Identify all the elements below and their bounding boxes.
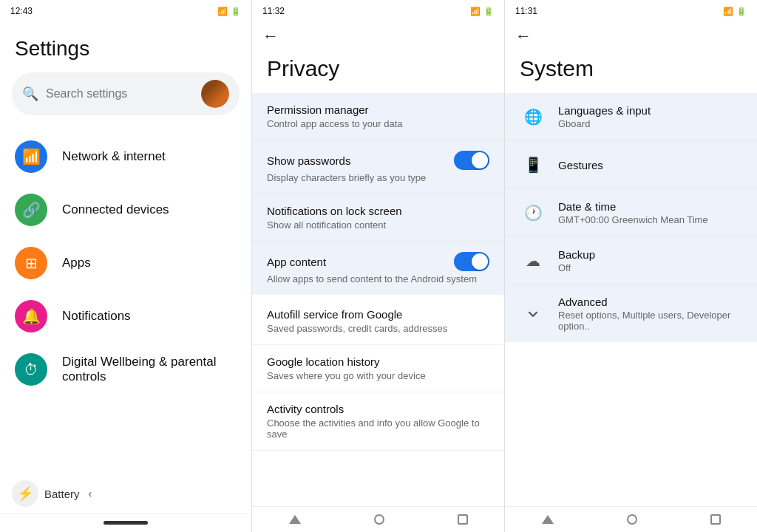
gestures-icon: 📱 [520,151,546,178]
status-bar-settings: 12:43 📶 🔋 [0,0,251,19]
status-icons-system: 📶 🔋 [723,7,747,16]
settings-item-network[interactable]: 📶 Network & internet [6,130,245,183]
network-icon-circle: 📶 [15,140,47,173]
show-passwords-toggle[interactable] [454,151,489,170]
wellbeing-icon-circle: ⏱ [15,353,47,386]
system-items-section: 🌐 Languages & input Gboard 📱 Gestures 🕐 … [505,93,757,342]
status-bar-privacy: 11:32 📶 🔋 [252,0,504,19]
network-label: Network & internet [62,149,166,164]
cloud-icon: ☁ [520,248,546,274]
privacy-item-show-passwords[interactable]: Show passwords Display characters briefl… [252,140,504,194]
privacy-item-permission-header: Permission manager [267,103,489,116]
back-nav-system[interactable] [542,515,554,524]
privacy-item-autofill[interactable]: Autofill service from Google Saved passw… [252,298,504,345]
toggle-knob [472,152,488,168]
app-content-sub: Allow apps to send content to the Androi… [267,273,489,284]
privacy-list: Permission manager Control app access to… [252,93,504,506]
recents-nav-system[interactable] [710,514,721,525]
home-nav-pill [103,521,148,525]
system-item-datetime[interactable]: 🕐 Date & time GMT+00:00 Greenwich Mean T… [505,189,757,237]
apps-icon-circle: ⊞ [15,247,47,279]
backup-title: Backup [558,248,742,261]
privacy-item-passwords-header: Show passwords [267,151,489,170]
datetime-title: Date & time [558,200,742,213]
notifications-lock-title: Notifications on lock screen [267,205,489,217]
time-settings: 12:43 [10,6,33,16]
wellbeing-icon: ⏱ [24,361,38,378]
bottom-nav-system [505,506,757,532]
battery-label: Battery [44,488,80,500]
system-item-gestures[interactable]: 📱 Gestures [505,141,757,189]
privacy-highlighted-section: Permission manager Control app access to… [252,93,504,295]
chevron-left-icon: ‹ [89,488,92,499]
app-content-toggle-knob [472,253,488,270]
connected-icon: 🔗 [22,201,41,219]
datetime-sub: GMT+00:00 Greenwich Mean Time [558,214,742,225]
app-content-toggle[interactable] [454,252,489,271]
permission-manager-title: Permission manager [267,103,489,116]
settings-panel: 12:43 📶 🔋 Settings 🔍 📶 Network & interne… [0,0,251,532]
privacy-item-location-history[interactable]: Google location history Saves where you … [252,345,504,392]
languages-sub: Gboard [558,118,742,129]
settings-list: 📶 Network & internet 🔗 Connected devices… [0,130,251,474]
autofill-title: Autofill service from Google [267,308,489,321]
clock-icon: 🕐 [520,200,546,226]
apps-icon: ⊞ [25,254,38,272]
activity-controls-sub: Choose the activities and info you allow… [267,417,489,440]
privacy-item-notif-lock-header: Notifications on lock screen [267,205,489,217]
system-item-languages[interactable]: 🌐 Languages & input Gboard [505,93,757,141]
status-bar-system: 11:31 📶 🔋 [505,0,757,19]
languages-text: Languages & input Gboard [558,104,742,129]
privacy-item-app-content[interactable]: App content Allow apps to send content t… [252,242,504,295]
backup-text: Backup Off [558,248,742,273]
settings-item-apps[interactable]: ⊞ Apps [6,236,245,290]
battery-icon-circle: ⚡ [12,480,38,507]
privacy-item-notifications-lock[interactable]: Notifications on lock screen Show all no… [252,194,504,242]
privacy-title: Privacy [252,50,504,93]
backup-sub: Off [558,262,742,273]
search-icon: 🔍 [22,86,38,102]
privacy-panel: 11:32 📶 🔋 ← Privacy Permission manager C… [251,0,504,532]
system-item-backup[interactable]: ☁ Backup Off [505,237,757,285]
wellbeing-label: Digital Wellbeing & parental controls [62,355,237,384]
system-item-advanced[interactable]: Advanced Reset options, Multiple users, … [505,285,757,342]
recents-nav-privacy[interactable] [458,514,468,525]
back-button-system[interactable]: ← [505,19,757,50]
location-history-sub: Saves where you go with your device [267,370,489,381]
advanced-text: Advanced Reset options, Multiple users, … [558,296,742,332]
avatar-image [201,80,229,108]
settings-item-wellbeing[interactable]: ⏱ Digital Wellbeing & parental controls [6,343,245,396]
activity-controls-title: Activity controls [267,403,489,415]
battery-icon-privacy: 🔋 [483,7,494,16]
show-passwords-sub: Display characters briefly as you type [267,172,489,183]
back-button-privacy[interactable]: ← [252,19,504,50]
show-passwords-title: Show passwords [267,154,454,167]
battery-icon-system: 🔋 [736,7,747,16]
search-bar[interactable]: 🔍 [12,72,240,115]
chevron-down-icon [520,301,546,327]
sim-icon: 📶 [217,7,228,16]
home-nav-privacy[interactable] [374,514,384,525]
settings-item-connected[interactable]: 🔗 Connected devices [6,183,245,236]
search-input[interactable] [46,87,194,100]
connected-icon-circle: 🔗 [15,194,47,226]
avatar[interactable] [201,80,229,108]
app-content-title: App content [267,256,454,268]
status-icons-privacy: 📶 🔋 [470,7,494,16]
connected-label: Connected devices [62,202,169,217]
battery-icon: ⚡ [17,485,33,502]
privacy-plain-section: Autofill service from Google Saved passw… [252,295,504,454]
home-nav-system[interactable] [627,514,637,525]
privacy-item-permission-manager[interactable]: Permission manager Control app access to… [252,93,504,140]
bottom-nav-settings [0,513,251,532]
battery-item[interactable]: ⚡ Battery ‹ [0,474,251,513]
signal-icon-system: 📶 [723,7,733,16]
privacy-item-app-content-header: App content [267,252,489,271]
globe-icon: 🌐 [520,103,546,130]
privacy-item-activity-controls[interactable]: Activity controls Choose the activities … [252,392,504,451]
back-nav-privacy[interactable] [289,515,301,524]
system-panel: 11:31 📶 🔋 ← System 🌐 Languages & input G… [504,0,757,532]
wifi-icon: 📶 [22,148,41,166]
advanced-sub: Reset options, Multiple users, Developer… [558,310,742,332]
settings-item-notifications[interactable]: 🔔 Notifications [6,290,245,343]
